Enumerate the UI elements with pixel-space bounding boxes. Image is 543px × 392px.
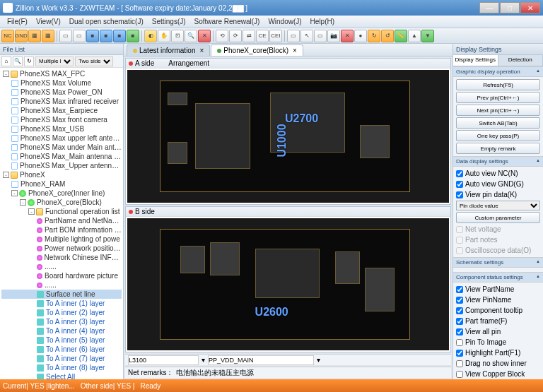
tool-g1[interactable]: ■ (127, 30, 139, 42)
tool-cursor-icon[interactable]: ↖ (300, 30, 313, 42)
menu-help[interactable]: Help(H) (306, 18, 339, 25)
pcb-view-b[interactable]: U2600 (127, 218, 449, 351)
tree-item[interactable]: -Functional operation list (1, 207, 122, 216)
refresh-icon[interactable]: ↻ (24, 57, 34, 66)
section-header[interactable]: Data display settings (453, 156, 543, 167)
tree-item[interactable]: Board hardware picture (1, 271, 122, 280)
tree-item[interactable]: PhoneXS Max front camera (1, 115, 122, 124)
check-drag-no-show-inner[interactable]: Drag no show inner (456, 359, 540, 368)
tree-item[interactable]: To A inner (8) layer (1, 363, 122, 372)
tab-phonex_core-block-[interactable]: PhoneX_core(Block) × (211, 44, 303, 56)
section-header[interactable]: Schematic settings (453, 257, 543, 268)
button-refresh-f5-[interactable]: Refresh(F5) (456, 79, 540, 90)
check-component-tooltip[interactable]: Component tooltip (456, 306, 540, 315)
tree-item[interactable]: To A inner (5) layer (1, 335, 122, 345)
tree-item[interactable]: To A inner (4) layer (1, 326, 122, 335)
tree-item[interactable]: Part BOM information rel (1, 225, 122, 234)
tool-zoom-icon[interactable]: 🔍 (185, 30, 197, 42)
tree-item[interactable]: PhoneXS Max_Main antenna under (1, 152, 122, 161)
menu-view[interactable]: View(V) (32, 18, 65, 25)
tool-m9[interactable]: ▲ (408, 30, 421, 42)
search-icon[interactable]: 🔍 (13, 57, 23, 66)
tool-b2[interactable]: ■ (100, 30, 112, 42)
button-empty-remark[interactable]: Empty remark (456, 143, 540, 154)
check-auto-view-gnd-g-[interactable]: Auto view GND(G) (456, 179, 540, 189)
button-custom[interactable]: Custom parameter (456, 212, 540, 223)
tree-item[interactable]: PhoneXS Max_Upper antenna(Block (1, 161, 122, 170)
tree-item[interactable]: To A inner (7) layer (1, 354, 122, 363)
menu-window[interactable]: Window(J) (264, 18, 305, 25)
pcb-view-a[interactable]: U2700 U1000 (127, 70, 449, 203)
tool-a1[interactable]: ⟲ (216, 30, 228, 42)
tree-item[interactable]: To A inner (6) layer (1, 345, 122, 354)
tool-hand-icon[interactable]: ✋ (158, 30, 170, 42)
tool-m1[interactable]: ▭ (287, 30, 300, 42)
tool-del[interactable]: ✕ (341, 30, 354, 42)
tree-item[interactable]: PartName and NetName (1, 216, 122, 225)
tool-txt[interactable]: CEI (269, 30, 282, 42)
tree-item[interactable]: PhoneX_RAM (1, 179, 122, 189)
tree-item[interactable]: PhoneXS Max infrared receiver (1, 97, 122, 106)
tree-item[interactable]: -PhoneX_core(Block) (1, 198, 122, 207)
tool-b3[interactable]: ■ (113, 30, 126, 42)
file-tree[interactable]: -PhoneXS MAX_FPCPhoneXS Max VolumePhoneX… (0, 68, 123, 379)
tree-item[interactable]: Network Chinese INFO lis (1, 253, 122, 262)
tree-item[interactable]: ...... (1, 262, 122, 271)
tool-gnd[interactable]: GND (15, 30, 28, 42)
tool-m5[interactable]: ● (354, 30, 367, 42)
tool-pg1[interactable]: ▭ (59, 30, 72, 42)
tree-item[interactable]: PhoneXS Max upper left antenna (1, 133, 122, 143)
check-view-all-pin[interactable]: View all pin (456, 327, 540, 336)
tree-item[interactable]: ...... (1, 280, 122, 290)
check-view-copper-block[interactable]: View Copper Block (456, 369, 540, 379)
tree-item[interactable]: To A inner (2) layer (1, 308, 122, 317)
menu-file[interactable]: File(F) (3, 18, 32, 25)
tool-ruler-icon[interactable]: 📏 (395, 30, 407, 42)
tree-item[interactable]: Surface net line (1, 290, 122, 299)
tree-item[interactable]: -PhoneXS MAX_FPC (1, 69, 122, 78)
tool-grid1[interactable]: ▦ (28, 30, 41, 42)
tool-camera-icon[interactable]: 📷 (327, 30, 340, 42)
minimize-button[interactable]: — (479, 2, 499, 13)
check-part-frame-f-[interactable]: Part frame(F) (456, 316, 540, 326)
tree-item[interactable]: Multiple lighting of powe (1, 234, 122, 244)
tool-grid2[interactable]: ▦ (42, 30, 54, 42)
section-header[interactable]: Graphic display operation (453, 66, 543, 77)
tool-m6[interactable]: ↻ (368, 30, 380, 42)
close-button[interactable]: ✕ (520, 2, 540, 13)
net-field[interactable] (208, 355, 314, 365)
tab-detection[interactable]: Detection (498, 55, 544, 66)
check-view-pin-data-k-[interactable]: View pin data(K) (456, 190, 540, 199)
tree-item[interactable]: PhoneXS Max Power_ON (1, 88, 122, 97)
maximize-button[interactable]: □ (500, 2, 520, 13)
tree-item[interactable]: To A inner (3) layer (1, 317, 122, 326)
menu-software renewal[interactable]: Software Renewal(J) (190, 18, 264, 25)
check-highlight-part-f1-[interactable]: Highlight Part(F1) (456, 348, 540, 357)
tool-text[interactable]: CE (256, 30, 269, 42)
tool-nc[interactable]: NC (1, 30, 14, 42)
section-header[interactable]: Component status settings (453, 272, 543, 283)
tool-m3[interactable]: ▭ (314, 30, 327, 42)
select-pin-diode[interactable]: Pin diode value (456, 201, 540, 210)
button-one-key-pass-p-[interactable]: One key pass(P) (456, 130, 540, 141)
menu-dual open schematic[interactable]: Dual open schematic(J) (65, 18, 148, 25)
home-icon[interactable]: ⌂ (1, 57, 11, 66)
button-next-pin-ctrl-[interactable]: Next pin(Ctrl+→) (456, 105, 540, 116)
tool-flip-icon[interactable]: ⇄ (243, 30, 255, 42)
tree-item[interactable]: -PhoneX_core(Inner line) (1, 189, 122, 198)
tree-item[interactable]: PhoneXS Max_Earpiece (1, 106, 122, 115)
tool-b1[interactable]: ■ (86, 30, 99, 42)
tab-latest-information[interactable]: Latest information × (127, 44, 210, 56)
multiple-select[interactable]: Multiple l (35, 57, 74, 66)
tool-pg2[interactable]: ▭ (73, 30, 86, 42)
tool-fit-icon[interactable]: ⊡ (171, 30, 184, 42)
tree-item[interactable]: Select All (1, 372, 122, 379)
tree-item[interactable]: To A inner (1) layer (1, 299, 122, 308)
tree-item[interactable]: PhoneXS Max Volume (1, 78, 122, 88)
check-view-pinname[interactable]: View PinName (456, 295, 540, 304)
tool-m7[interactable]: ↺ (381, 30, 394, 42)
tree-item[interactable]: Power network positionin (1, 244, 122, 253)
tool-a2[interactable]: ⟳ (229, 30, 242, 42)
tree-item[interactable]: PhoneXS Max_USB (1, 124, 122, 133)
button-switch-ab-tab-[interactable]: Switch AB(Tab) (456, 117, 540, 129)
